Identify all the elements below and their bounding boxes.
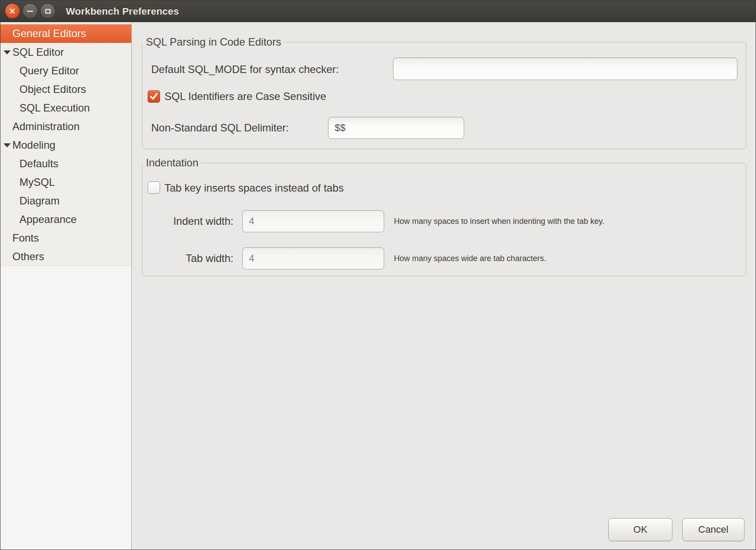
sidebar-item-label: Object Editors	[19, 83, 86, 96]
delimiter-label: Non-Standard SQL Delimiter:	[151, 122, 289, 134]
delimiter-input[interactable]	[328, 117, 464, 139]
close-icon: ✕	[9, 7, 16, 15]
preferences-window: ✕ Workbench Preferences General Editors …	[0, 0, 756, 550]
sidebar-item-query-editor[interactable]: Query Editor	[0, 62, 131, 80]
indent-width-label: Indent width:	[142, 215, 233, 227]
indent-width-input[interactable]	[242, 210, 384, 232]
sidebar-item-label: SQL Editor	[12, 46, 64, 58]
group-sql-parsing: SQL Parsing in Code Editors Default SQL_…	[142, 42, 746, 149]
sidebar-item-others[interactable]: Others	[0, 247, 131, 266]
group-title: SQL Parsing in Code Editors	[143, 36, 284, 48]
sidebar-item-label: Others	[12, 250, 44, 263]
sidebar-item-label: Appearance	[19, 213, 76, 226]
sidebar-item-modeling[interactable]: Modeling	[0, 136, 131, 154]
sidebar-item-label: Modeling	[12, 139, 55, 151]
sidebar-item-label: Diagram	[19, 195, 60, 207]
tab-width-input[interactable]	[242, 247, 384, 269]
group-indentation: Indentation Tab key inserts spaces inste…	[142, 163, 746, 276]
tab-key-spaces-checkbox[interactable]	[148, 181, 160, 194]
sidebar-item-label: Defaults	[19, 158, 58, 170]
sidebar-list: General Editors SQL Editor Query Editor …	[0, 22, 131, 266]
expander-down-icon[interactable]	[4, 143, 11, 147]
tab-key-spaces-label[interactable]: Tab key inserts spaces instead of tabs	[164, 182, 344, 194]
group-title: Indentation	[143, 157, 201, 169]
maximize-button[interactable]	[40, 4, 55, 19]
preferences-main-panel: SQL Parsing in Code Editors Default SQL_…	[132, 22, 756, 550]
sidebar-item-sql-execution[interactable]: SQL Execution	[0, 99, 131, 117]
sidebar-item-fonts[interactable]: Fonts	[0, 229, 131, 247]
sql-mode-label: Default SQL_MODE for syntax checker:	[151, 63, 339, 76]
cancel-button[interactable]: Cancel	[682, 518, 745, 541]
tab-width-label: Tab width:	[142, 252, 233, 265]
preferences-sidebar: General Editors SQL Editor Query Editor …	[0, 22, 132, 550]
sidebar-item-appearance[interactable]: Appearance	[0, 210, 131, 229]
sidebar-item-label: General Editors	[12, 27, 86, 40]
window-title: Workbench Preferences	[66, 0, 179, 22]
ok-button[interactable]: OK	[608, 518, 672, 541]
maximize-icon	[45, 9, 51, 14]
close-button[interactable]: ✕	[5, 4, 20, 19]
expander-down-icon[interactable]	[4, 50, 11, 54]
case-sensitive-label[interactable]: SQL Identifiers are Case Sensitive	[164, 90, 326, 103]
sidebar-item-administration[interactable]: Administration	[0, 117, 131, 136]
sidebar-item-sql-editor[interactable]: SQL Editor	[0, 43, 131, 62]
sidebar-item-defaults[interactable]: Defaults	[0, 154, 131, 173]
sidebar-item-general-editors[interactable]: General Editors	[0, 24, 131, 43]
sidebar-item-diagram[interactable]: Diagram	[0, 192, 131, 210]
indent-width-description: How many spaces to insert when indenting…	[394, 217, 604, 226]
checkmark-icon	[149, 92, 158, 101]
minimize-button[interactable]	[23, 4, 38, 19]
sidebar-item-mysql[interactable]: MySQL	[0, 173, 131, 192]
minimize-icon	[27, 11, 33, 12]
sidebar-item-label: Administration	[12, 120, 80, 133]
sidebar-item-label: Query Editor	[19, 65, 79, 77]
sidebar-item-label: MySQL	[19, 176, 55, 188]
sidebar-item-object-editors[interactable]: Object Editors	[0, 80, 131, 99]
titlebar: ✕ Workbench Preferences	[0, 0, 756, 22]
sidebar-item-label: SQL Execution	[19, 102, 90, 114]
case-sensitive-checkbox[interactable]	[148, 90, 160, 103]
tab-width-description: How many spaces wide are tab characters.	[394, 254, 546, 263]
sql-mode-input[interactable]	[393, 58, 737, 80]
sidebar-item-label: Fonts	[12, 232, 39, 244]
